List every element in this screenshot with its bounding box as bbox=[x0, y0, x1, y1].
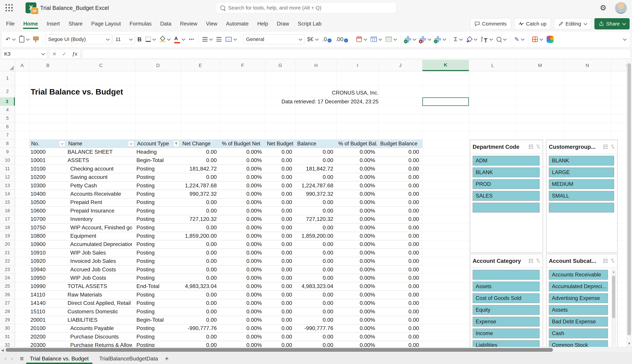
menu-tab-review[interactable]: Review bbox=[180, 18, 198, 30]
table-row[interactable]: 10100Checking accountPosting181,842.720.… bbox=[30, 165, 422, 173]
sheet-nav-right-icon[interactable]: › bbox=[11, 355, 13, 362]
menu-tab-automate[interactable]: Automate bbox=[226, 18, 249, 30]
table-row[interactable]: 10600Prepaid InsurancePosting0.000.00%0.… bbox=[30, 207, 422, 215]
slicer-scrollbar-thumb[interactable] bbox=[612, 276, 615, 318]
slicer-item-sales[interactable]: SALES bbox=[473, 191, 540, 201]
filter-dropdown-account-type[interactable] bbox=[173, 140, 179, 147]
insert-function-icon[interactable]: ƒx bbox=[72, 51, 77, 57]
slicer-clear-filter-button[interactable] bbox=[610, 258, 615, 264]
slicer-multiselect-button[interactable] bbox=[528, 144, 533, 150]
slicer-item-medium[interactable]: MEDIUM bbox=[549, 179, 614, 189]
column-header-L[interactable]: L bbox=[469, 60, 516, 71]
table-row[interactable]: 10940Accrued Job CostsPosting0.000.00%0.… bbox=[30, 266, 422, 274]
column-header-F[interactable]: F bbox=[220, 60, 265, 71]
borders-button[interactable] bbox=[144, 34, 157, 45]
slicer-item-blank[interactable] bbox=[473, 203, 540, 212]
ribbon-collapse-button[interactable] bbox=[621, 34, 628, 45]
column-header-K[interactable]: K bbox=[422, 60, 469, 71]
slicer-item-equity[interactable]: Equity bbox=[473, 305, 540, 315]
menu-tab-insert[interactable]: Insert bbox=[46, 18, 60, 30]
table-row[interactable]: 10950WIP Job CostsPosting0.000.00%0.000.… bbox=[30, 274, 422, 282]
table-row[interactable]: 10500Prepaid RentPosting0.000.00%0.000.0… bbox=[30, 198, 422, 207]
document-title[interactable]: Trial Balance_Budget Excel bbox=[40, 5, 109, 11]
clear-button[interactable] bbox=[465, 34, 478, 45]
slicer-item-advertising-expense[interactable]: Advertising Expense bbox=[549, 293, 608, 303]
slicer-item-cash[interactable]: Cash bbox=[549, 328, 608, 338]
menu-tab-help[interactable]: Help bbox=[257, 18, 268, 30]
comments-button[interactable]: Comments bbox=[470, 18, 511, 30]
slicer-customergroup-[interactable]: Customergroup...BLANKLARGEMEDIUMSMALL bbox=[546, 140, 617, 253]
find-button[interactable] bbox=[495, 34, 508, 45]
table-row[interactable]: 20300Purchase Returns & AllowancesPostin… bbox=[30, 341, 422, 347]
slicer-item-income[interactable]: Income bbox=[473, 328, 540, 338]
wrap-text-button[interactable] bbox=[215, 34, 223, 45]
menu-tab-script-lab[interactable]: Script Lab bbox=[297, 18, 322, 30]
table-row[interactable]: 10000BALANCE SHEETHeading0.000.00%0.000.… bbox=[30, 148, 422, 156]
slicer-account-subcat-[interactable]: Account Subcat...Accounts ReceivableAccu… bbox=[546, 254, 617, 348]
menu-tab-share[interactable]: Share bbox=[68, 18, 83, 30]
table-row[interactable]: 14110Raw MaterialsPosting0.000.00%0.000.… bbox=[30, 291, 422, 299]
slicer-item-assets[interactable]: Assets bbox=[473, 282, 540, 292]
slicer-item-prod[interactable]: PROD bbox=[473, 179, 540, 189]
vertical-scrollbar[interactable]: ▼ bbox=[626, 60, 632, 347]
slicer-item-adm[interactable]: ADM bbox=[473, 156, 540, 166]
alignment-button[interactable] bbox=[201, 34, 214, 45]
scroll-down-arrow-icon[interactable]: ▼ bbox=[626, 342, 632, 346]
table-row[interactable]: 10750WIP Account, Finished goodsPosting0… bbox=[30, 224, 422, 232]
vertical-scrollbar-thumb[interactable] bbox=[627, 63, 631, 335]
slicer-clear-filter-button[interactable] bbox=[535, 258, 540, 264]
menu-tab-data[interactable]: Data bbox=[160, 18, 172, 30]
column-header-J[interactable]: J bbox=[378, 60, 422, 71]
slicer-item-small[interactable]: SMALL bbox=[549, 191, 614, 201]
column-header-I[interactable]: I bbox=[337, 60, 378, 71]
format-as-table-button[interactable] bbox=[369, 34, 383, 45]
table-row[interactable]: 10200Saving accountPosting0.000.00%0.000… bbox=[30, 173, 422, 182]
table-row[interactable]: 10300Petty CashPosting1,224,787.680.00%0… bbox=[30, 182, 422, 190]
column-header-D[interactable]: D bbox=[135, 60, 181, 71]
menu-tab-formulas[interactable]: Formulas bbox=[129, 18, 152, 30]
settings-gear-icon[interactable]: ⚙ bbox=[600, 4, 606, 12]
menu-tab-view[interactable]: View bbox=[206, 18, 218, 30]
scroll-left-arrow-icon[interactable]: ◀ bbox=[1, 348, 4, 352]
share-button[interactable]: Share bbox=[594, 18, 629, 30]
slicer-multiselect-button[interactable] bbox=[603, 144, 608, 150]
currency-format-button[interactable]: $€ bbox=[305, 34, 320, 45]
horizontal-scrollbar[interactable]: ◀ bbox=[0, 347, 632, 353]
more-font-options-button[interactable]: ••• bbox=[187, 34, 196, 45]
sheet-tab-trial-balance-vs-budget[interactable]: Trial Balance vs. Budget bbox=[26, 353, 93, 364]
format-painter-button[interactable] bbox=[32, 34, 40, 45]
bold-button[interactable]: B bbox=[136, 34, 143, 45]
horizontal-scrollbar-thumb[interactable] bbox=[6, 348, 553, 352]
autosum-button[interactable]: Σ bbox=[452, 34, 464, 45]
slicer-multiselect-button[interactable] bbox=[603, 258, 608, 264]
menu-tab-page-layout[interactable]: Page Layout bbox=[91, 18, 121, 30]
slicer-scrollbar[interactable]: ▲ bbox=[611, 270, 616, 346]
table-row[interactable]: 14140Direct Cost Applied, RetailPosting0… bbox=[30, 299, 422, 308]
formula-input[interactable] bbox=[82, 49, 631, 59]
catch-up-button[interactable]: Catch up bbox=[514, 18, 551, 30]
conditional-formatting-button[interactable] bbox=[355, 34, 368, 45]
cell-styles-button[interactable] bbox=[384, 34, 398, 45]
font-size-select[interactable]: 11 bbox=[113, 34, 135, 44]
increase-decimal-button[interactable]: .00→ bbox=[334, 34, 350, 45]
confirm-entry-icon[interactable]: ✓ bbox=[62, 51, 66, 57]
scroll-up-arrow-icon[interactable]: ▲ bbox=[611, 270, 616, 274]
slicer-item-blank[interactable] bbox=[473, 270, 540, 280]
table-row[interactable]: 10990TOTAL ASSETSEnd-Total4,983,323.040.… bbox=[30, 282, 422, 291]
slicer-department-code[interactable]: Department CodeADMBLANKPRODSALES bbox=[470, 140, 543, 253]
table-row[interactable]: 20100Accounts PayablePosting-990,777.760… bbox=[30, 324, 422, 333]
menu-tab-file[interactable]: File bbox=[6, 18, 15, 30]
slicer-item-assets[interactable]: Assets bbox=[549, 305, 608, 315]
column-header-C[interactable]: C bbox=[67, 60, 135, 71]
table-row[interactable]: 10910WIP Job SalesPosting0.000.00%0.000.… bbox=[30, 249, 422, 257]
sheet-tab-trialbalancebudgetdata[interactable]: TrialBalanceBudgetData bbox=[95, 353, 163, 364]
filter-dropdown-no[interactable] bbox=[59, 140, 65, 147]
table-row[interactable]: 20200Purchase DiscountsPosting0.000.00%0… bbox=[30, 333, 422, 341]
column-header-E[interactable]: E bbox=[181, 60, 220, 71]
slicer-item-accounts-receivable[interactable]: Accounts Receivable bbox=[549, 270, 608, 280]
table-row[interactable]: 20001LIABILITIESBegin-Total0.000.00%0.00… bbox=[30, 316, 422, 324]
select-all-corner[interactable] bbox=[0, 60, 15, 71]
copilot-button[interactable] bbox=[545, 34, 555, 45]
table-row[interactable]: 10400Accounts ReceivablePosting990,372.3… bbox=[30, 190, 422, 198]
table-row[interactable]: 10001ASSETSBegin-Total0.000.00%0.000.000… bbox=[30, 156, 422, 165]
